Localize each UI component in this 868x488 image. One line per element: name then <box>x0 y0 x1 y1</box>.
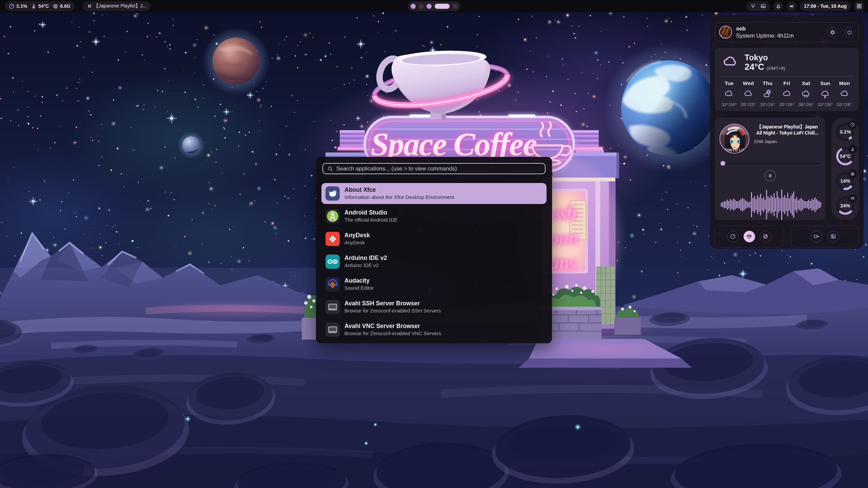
svg-text:54°C: 54°C <box>840 154 851 159</box>
svg-text:oon: oon <box>550 228 578 248</box>
svg-text:TOKYO LO: TOKYO LO <box>725 148 745 152</box>
svg-text:24%: 24% <box>840 203 850 208</box>
svg-text:14%: 14% <box>840 178 850 184</box>
svg-text:esh: esh <box>551 203 577 223</box>
svg-text:ans: ans <box>550 252 576 273</box>
svg-text:3.1%: 3.1% <box>840 129 851 135</box>
